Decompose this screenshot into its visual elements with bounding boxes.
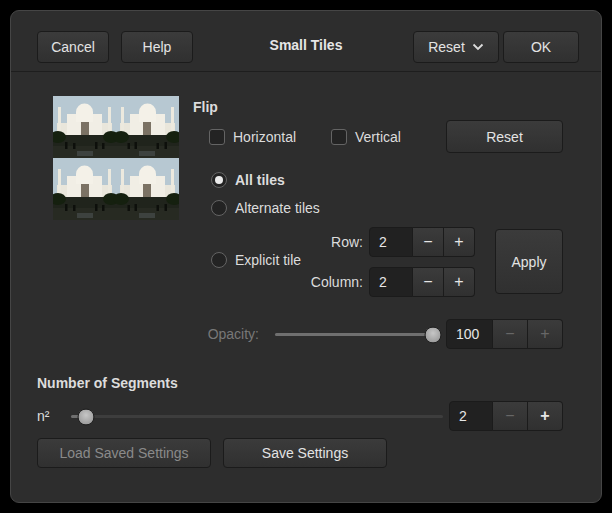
reset-dropdown-button[interactable]: Reset bbox=[413, 31, 499, 63]
all-tiles-radio-label[interactable]: All tiles bbox=[235, 171, 285, 189]
row-value-entry[interactable]: 2 bbox=[369, 227, 413, 257]
row-label: Row: bbox=[291, 227, 363, 257]
ok-button[interactable]: OK bbox=[503, 31, 579, 63]
opacity-label: Opacity: bbox=[189, 319, 259, 349]
opacity-minus-button: − bbox=[493, 319, 528, 349]
all-tiles-radio[interactable] bbox=[211, 172, 227, 188]
opacity-slider-handle bbox=[425, 326, 442, 343]
plus-icon: + bbox=[540, 325, 549, 343]
alternate-tiles-radio[interactable] bbox=[211, 200, 227, 216]
column-label: Column: bbox=[291, 267, 363, 297]
vertical-checkbox-label[interactable]: Vertical bbox=[355, 128, 401, 146]
small-tiles-dialog: Cancel Help Small Tiles Reset OK bbox=[10, 10, 602, 503]
flip-reset-button[interactable]: Reset bbox=[446, 120, 563, 153]
header-separator bbox=[11, 71, 601, 72]
segments-slider[interactable] bbox=[71, 415, 443, 418]
opacity-slider bbox=[275, 333, 441, 336]
preview-image bbox=[53, 96, 179, 220]
chevron-down-icon bbox=[472, 43, 484, 51]
plus-icon: + bbox=[540, 407, 549, 425]
segments-slider-handle[interactable] bbox=[78, 408, 95, 425]
row-plus-button[interactable]: + bbox=[444, 227, 475, 257]
plus-icon: + bbox=[454, 273, 463, 291]
opacity-plus-button: + bbox=[528, 319, 563, 349]
segments-value-entry[interactable]: 2 bbox=[449, 401, 493, 431]
horizontal-checkbox-label[interactable]: Horizontal bbox=[233, 128, 296, 146]
segments-param-label: n² bbox=[37, 401, 49, 431]
minus-icon: − bbox=[423, 273, 432, 291]
column-value-entry[interactable]: 2 bbox=[369, 267, 413, 297]
opacity-value-entry: 100 bbox=[446, 319, 493, 349]
load-saved-settings-button: Load Saved Settings bbox=[37, 438, 211, 468]
column-minus-button[interactable]: − bbox=[413, 267, 444, 297]
plus-icon: + bbox=[454, 233, 463, 251]
minus-icon: − bbox=[505, 325, 514, 343]
explicit-tile-radio[interactable] bbox=[211, 252, 227, 268]
reset-dropdown-label: Reset bbox=[428, 39, 465, 55]
segments-section-title: Number of Segments bbox=[37, 374, 178, 392]
screen: { "header": { "cancel_label": "Cancel", … bbox=[0, 0, 612, 513]
horizontal-checkbox[interactable] bbox=[209, 129, 225, 145]
row-minus-button[interactable]: − bbox=[413, 227, 444, 257]
alternate-tiles-radio-label[interactable]: Alternate tiles bbox=[235, 199, 320, 217]
minus-icon: − bbox=[505, 407, 514, 425]
flip-section-label: Flip bbox=[193, 98, 218, 116]
segments-plus-button[interactable]: + bbox=[528, 401, 563, 431]
minus-icon: − bbox=[423, 233, 432, 251]
segments-minus-button: − bbox=[493, 401, 528, 431]
column-plus-button[interactable]: + bbox=[444, 267, 475, 297]
apply-button[interactable]: Apply bbox=[495, 229, 563, 294]
vertical-checkbox[interactable] bbox=[331, 129, 347, 145]
save-settings-button[interactable]: Save Settings bbox=[223, 438, 387, 468]
